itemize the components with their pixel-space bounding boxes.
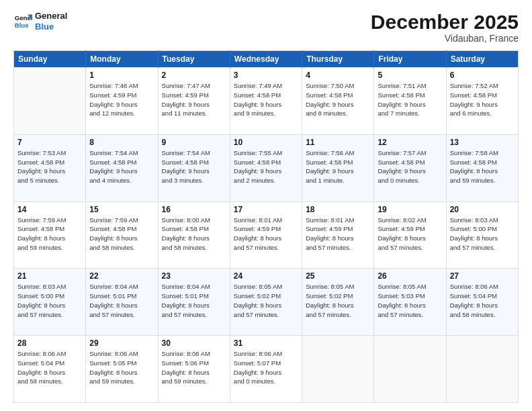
calendar-cell: 8Sunrise: 7:54 AM Sunset: 4:58 PM Daylig…: [86, 134, 158, 201]
calendar-cell: 23Sunrise: 8:04 AM Sunset: 5:01 PM Dayli…: [158, 269, 230, 336]
day-number: 7: [17, 138, 82, 147]
calendar-cell: 10Sunrise: 7:55 AM Sunset: 4:58 PM Dayli…: [230, 134, 302, 201]
weekday-header-sunday: Sunday: [14, 51, 86, 68]
weekday-header-saturday: Saturday: [446, 51, 518, 68]
calendar-cell: 12Sunrise: 7:57 AM Sunset: 4:58 PM Dayli…: [374, 134, 446, 201]
calendar-cell: [374, 336, 446, 403]
day-number: 24: [234, 271, 298, 281]
weekday-header-friday: Friday: [374, 51, 446, 68]
calendar-cell: 9Sunrise: 7:54 AM Sunset: 4:58 PM Daylig…: [158, 134, 230, 201]
weekday-header-wednesday: Wednesday: [230, 51, 302, 68]
day-number: 2: [162, 71, 226, 80]
calendar-cell: [302, 336, 374, 403]
page: General Blue General Blue December 2025 …: [0, 0, 532, 411]
day-number: 12: [378, 138, 442, 147]
day-number: 15: [89, 205, 154, 214]
day-number: 25: [306, 271, 370, 281]
calendar-week-row: 28Sunrise: 8:06 AM Sunset: 5:04 PM Dayli…: [14, 336, 519, 403]
day-detail: Sunrise: 7:52 AM Sunset: 4:58 PM Dayligh…: [450, 81, 515, 118]
day-detail: Sunrise: 7:57 AM Sunset: 4:58 PM Dayligh…: [378, 148, 442, 185]
day-detail: Sunrise: 8:05 AM Sunset: 5:02 PM Dayligh…: [306, 282, 370, 319]
day-number: 23: [162, 271, 226, 281]
calendar-week-row: 14Sunrise: 7:59 AM Sunset: 4:58 PM Dayli…: [14, 201, 519, 269]
day-number: 10: [234, 138, 298, 147]
weekday-header-monday: Monday: [86, 51, 158, 68]
day-detail: Sunrise: 7:56 AM Sunset: 4:58 PM Dayligh…: [306, 148, 370, 185]
day-number: 21: [17, 271, 82, 281]
calendar-cell: 26Sunrise: 8:05 AM Sunset: 5:03 PM Dayli…: [374, 269, 446, 336]
day-number: 19: [378, 205, 442, 214]
calendar-week-row: 1Sunrise: 7:46 AM Sunset: 4:59 PM Daylig…: [14, 68, 519, 135]
calendar-cell: 24Sunrise: 8:05 AM Sunset: 5:02 PM Dayli…: [230, 269, 302, 336]
logo-icon: General Blue: [13, 12, 32, 31]
calendar-cell: 21Sunrise: 8:03 AM Sunset: 5:00 PM Dayli…: [14, 269, 86, 336]
title-block: December 2025 Vidauban, France: [371, 11, 519, 44]
calendar-body: 1Sunrise: 7:46 AM Sunset: 4:59 PM Daylig…: [14, 68, 519, 403]
day-number: 1: [89, 71, 154, 80]
page-subtitle: Vidauban, France: [371, 33, 519, 44]
day-number: 11: [306, 138, 370, 147]
day-number: 22: [89, 271, 154, 281]
calendar-cell: 28Sunrise: 8:06 AM Sunset: 5:04 PM Dayli…: [14, 336, 86, 403]
calendar-cell: 31Sunrise: 8:06 AM Sunset: 5:07 PM Dayli…: [230, 336, 302, 403]
day-number: 3: [234, 71, 298, 80]
day-number: 14: [17, 205, 82, 214]
calendar-cell: 30Sunrise: 8:06 AM Sunset: 5:06 PM Dayli…: [158, 336, 230, 403]
day-number: 26: [378, 271, 442, 281]
weekday-header-thursday: Thursday: [302, 51, 374, 68]
day-detail: Sunrise: 8:01 AM Sunset: 4:59 PM Dayligh…: [234, 216, 298, 253]
day-detail: Sunrise: 8:03 AM Sunset: 5:00 PM Dayligh…: [450, 216, 515, 253]
calendar-week-row: 7Sunrise: 7:53 AM Sunset: 4:58 PM Daylig…: [14, 134, 519, 201]
calendar-header: SundayMondayTuesdayWednesdayThursdayFrid…: [14, 51, 519, 68]
calendar-cell: 4Sunrise: 7:50 AM Sunset: 4:58 PM Daylig…: [302, 68, 374, 135]
weekday-header-row: SundayMondayTuesdayWednesdayThursdayFrid…: [14, 51, 519, 68]
day-number: 8: [89, 138, 154, 147]
day-detail: Sunrise: 7:59 AM Sunset: 4:58 PM Dayligh…: [17, 216, 82, 253]
day-detail: Sunrise: 8:04 AM Sunset: 5:01 PM Dayligh…: [162, 282, 226, 319]
day-detail: Sunrise: 7:53 AM Sunset: 4:58 PM Dayligh…: [17, 148, 82, 185]
day-number: 6: [450, 71, 515, 80]
day-detail: Sunrise: 7:51 AM Sunset: 4:58 PM Dayligh…: [378, 81, 442, 118]
day-number: 16: [162, 205, 226, 214]
calendar-cell: 17Sunrise: 8:01 AM Sunset: 4:59 PM Dayli…: [230, 201, 302, 269]
day-number: 17: [234, 205, 298, 214]
svg-text:Blue: Blue: [15, 21, 29, 28]
calendar-cell: 11Sunrise: 7:56 AM Sunset: 4:58 PM Dayli…: [302, 134, 374, 201]
logo-line2: Blue: [35, 21, 67, 32]
day-number: 31: [234, 338, 298, 348]
day-detail: Sunrise: 8:03 AM Sunset: 5:00 PM Dayligh…: [17, 282, 82, 319]
calendar-cell: 3Sunrise: 7:49 AM Sunset: 4:58 PM Daylig…: [230, 68, 302, 135]
calendar-cell: [14, 68, 86, 135]
day-detail: Sunrise: 7:59 AM Sunset: 4:58 PM Dayligh…: [89, 216, 154, 253]
day-detail: Sunrise: 8:06 AM Sunset: 5:07 PM Dayligh…: [234, 349, 298, 386]
day-number: 5: [378, 71, 442, 80]
day-number: 20: [450, 205, 515, 214]
logo-line1: General: [35, 11, 67, 21]
day-number: 9: [162, 138, 226, 147]
day-detail: Sunrise: 8:04 AM Sunset: 5:01 PM Dayligh…: [89, 282, 154, 319]
day-number: 28: [17, 338, 82, 348]
day-detail: Sunrise: 7:54 AM Sunset: 4:58 PM Dayligh…: [89, 148, 154, 185]
calendar-cell: 20Sunrise: 8:03 AM Sunset: 5:00 PM Dayli…: [446, 201, 518, 269]
calendar-cell: 19Sunrise: 8:02 AM Sunset: 4:59 PM Dayli…: [374, 201, 446, 269]
calendar-cell: 29Sunrise: 8:06 AM Sunset: 5:05 PM Dayli…: [86, 336, 158, 403]
day-detail: Sunrise: 7:50 AM Sunset: 4:58 PM Dayligh…: [306, 81, 370, 118]
calendar-cell: [446, 336, 518, 403]
day-detail: Sunrise: 8:06 AM Sunset: 5:04 PM Dayligh…: [17, 349, 82, 386]
calendar-table: SundayMondayTuesdayWednesdayThursdayFrid…: [13, 50, 519, 403]
calendar-cell: 7Sunrise: 7:53 AM Sunset: 4:58 PM Daylig…: [14, 134, 86, 201]
calendar-cell: 25Sunrise: 8:05 AM Sunset: 5:02 PM Dayli…: [302, 269, 374, 336]
day-number: 4: [306, 71, 370, 80]
day-detail: Sunrise: 8:06 AM Sunset: 5:04 PM Dayligh…: [450, 282, 515, 319]
calendar-cell: 5Sunrise: 7:51 AM Sunset: 4:58 PM Daylig…: [374, 68, 446, 135]
day-detail: Sunrise: 7:47 AM Sunset: 4:59 PM Dayligh…: [162, 81, 226, 118]
day-detail: Sunrise: 8:05 AM Sunset: 5:02 PM Dayligh…: [234, 282, 298, 319]
calendar-cell: 6Sunrise: 7:52 AM Sunset: 4:58 PM Daylig…: [446, 68, 518, 135]
calendar-cell: 14Sunrise: 7:59 AM Sunset: 4:58 PM Dayli…: [14, 201, 86, 269]
calendar-cell: 2Sunrise: 7:47 AM Sunset: 4:59 PM Daylig…: [158, 68, 230, 135]
day-detail: Sunrise: 7:49 AM Sunset: 4:58 PM Dayligh…: [234, 81, 298, 118]
calendar-cell: 18Sunrise: 8:01 AM Sunset: 4:59 PM Dayli…: [302, 201, 374, 269]
calendar-cell: 16Sunrise: 8:00 AM Sunset: 4:58 PM Dayli…: [158, 201, 230, 269]
calendar-cell: 15Sunrise: 7:59 AM Sunset: 4:58 PM Dayli…: [86, 201, 158, 269]
day-number: 29: [89, 338, 154, 348]
